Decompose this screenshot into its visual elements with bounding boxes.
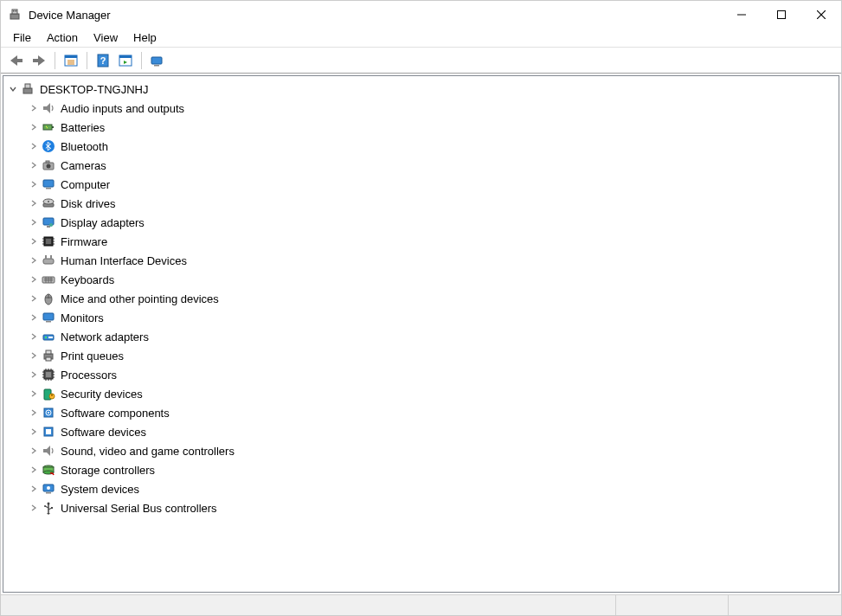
audio-icon: [42, 101, 55, 115]
window-controls: [722, 1, 841, 29]
svg-rect-11: [33, 59, 39, 62]
tree-item[interactable]: Bluetooth: [3, 137, 839, 156]
toolbar-separator: [141, 52, 142, 69]
tree-item[interactable]: Sound, video and game controllers: [3, 441, 839, 460]
expander-closed-icon[interactable]: [28, 273, 40, 286]
toolbar-forward-button[interactable]: [29, 50, 49, 71]
minimize-button[interactable]: [722, 1, 762, 29]
tree-item[interactable]: Cameras: [3, 156, 839, 175]
expander-closed-icon[interactable]: [28, 102, 40, 114]
tree-item-label: Human Interface Devices: [61, 254, 187, 267]
tree-item-label: Software components: [61, 407, 170, 420]
tree-item[interactable]: Network adapters: [3, 327, 839, 346]
expander-closed-icon[interactable]: [28, 388, 40, 400]
storage-icon: [42, 463, 55, 477]
tree-item[interactable]: Human Interface Devices: [3, 251, 839, 270]
toolbar-help-button[interactable]: ?: [93, 50, 113, 71]
keyboard-icon: [42, 273, 55, 286]
tree-item[interactable]: Processors: [3, 365, 839, 384]
expander-closed-icon[interactable]: [28, 121, 40, 133]
tree-item[interactable]: Audio inputs and outputs: [3, 99, 839, 118]
expander-closed-icon[interactable]: [28, 216, 40, 228]
expander-closed-icon[interactable]: [28, 311, 40, 324]
software-d-icon: [42, 425, 55, 439]
expander-closed-icon[interactable]: [28, 445, 40, 457]
expander-closed-icon[interactable]: [28, 292, 40, 305]
tree-item[interactable]: Firmware: [3, 232, 839, 251]
device-tree-pane[interactable]: DESKTOP-TNGJNHJ Audio inputs and outputs…: [3, 75, 839, 593]
tree-item-label: Firmware: [61, 235, 107, 248]
svg-marker-10: [38, 55, 45, 66]
expander-closed-icon[interactable]: [28, 502, 40, 514]
device-tree: DESKTOP-TNGJNHJ Audio inputs and outputs…: [3, 80, 839, 517]
tree-item-label: Processors: [61, 369, 117, 382]
menu-view[interactable]: View: [87, 29, 125, 46]
svg-rect-23: [154, 65, 159, 67]
menu-file[interactable]: File: [6, 29, 38, 46]
tree-item[interactable]: Computer: [3, 175, 839, 194]
window: Device Manager File Action View Help: [0, 0, 842, 616]
status-panel: [729, 595, 841, 615]
svg-rect-22: [151, 57, 162, 64]
expander-closed-icon[interactable]: [28, 178, 40, 190]
expander-closed-icon[interactable]: [28, 197, 40, 209]
firmware-icon: [42, 234, 55, 248]
expander-closed-icon[interactable]: [28, 483, 40, 495]
menu-help[interactable]: Help: [126, 29, 164, 46]
tree-item[interactable]: Mice and other pointing devices: [3, 289, 839, 308]
tree-item-label: Mice and other pointing devices: [61, 292, 219, 305]
tree-item[interactable]: Security devices: [3, 384, 839, 403]
expander-open-icon[interactable]: [7, 83, 19, 95]
tree-item[interactable]: Disk drives: [3, 194, 839, 213]
monitor-icon: [42, 311, 55, 324]
toolbar-scan-button[interactable]: [115, 50, 136, 71]
tree-item[interactable]: Monitors: [3, 308, 839, 327]
expander-closed-icon[interactable]: [28, 159, 40, 171]
expander-closed-icon[interactable]: [28, 330, 40, 343]
tree-item[interactable]: Batteries: [3, 118, 839, 137]
tree-item-label: Network adapters: [61, 330, 149, 343]
svg-rect-0: [10, 14, 19, 19]
toolbar-view-button[interactable]: [147, 50, 168, 71]
sound-icon: [42, 444, 55, 458]
security-icon: [42, 387, 55, 401]
tree-item[interactable]: Keyboards: [3, 270, 839, 289]
expander-closed-icon[interactable]: [28, 407, 40, 419]
printer-icon: [42, 349, 55, 363]
svg-marker-8: [10, 55, 17, 66]
tree-item-label: Keyboards: [61, 273, 114, 286]
tree-item[interactable]: System devices: [3, 479, 839, 498]
tree-item-label: Computer: [61, 178, 110, 191]
svg-rect-2: [13, 10, 15, 12]
tree-item-label: Storage controllers: [61, 464, 155, 477]
tree-item[interactable]: Display adapters: [3, 213, 839, 232]
camera-icon: [42, 158, 55, 172]
tree-item[interactable]: Software devices: [3, 422, 839, 441]
expander-closed-icon[interactable]: [28, 464, 40, 476]
close-button[interactable]: [801, 1, 841, 29]
tree-item-label: Sound, video and game controllers: [61, 445, 235, 458]
expander-closed-icon[interactable]: [28, 235, 40, 247]
tree-item[interactable]: Storage controllers: [3, 460, 839, 479]
menu-action[interactable]: Action: [40, 29, 85, 46]
toolbar-show-hidden-button[interactable]: [61, 50, 81, 71]
tree-root[interactable]: DESKTOP-TNGJNHJ: [3, 80, 839, 99]
tree-children: Audio inputs and outputsBatteriesBluetoo…: [3, 99, 839, 517]
expander-closed-icon[interactable]: [28, 140, 40, 152]
tree-item[interactable]: Universal Serial Bus controllers: [3, 498, 839, 517]
titlebar: Device Manager: [1, 1, 841, 29]
display-icon: [42, 215, 55, 229]
tree-item-label: Disk drives: [61, 197, 116, 210]
expander-closed-icon[interactable]: [28, 426, 40, 438]
tree-item[interactable]: Software components: [3, 403, 839, 422]
expander-closed-icon[interactable]: [28, 254, 40, 266]
expander-closed-icon[interactable]: [28, 369, 40, 381]
toolbar-back-button[interactable]: [6, 50, 27, 71]
svg-rect-1: [12, 10, 17, 14]
expander-closed-icon[interactable]: [28, 350, 40, 362]
svg-rect-5: [778, 11, 786, 19]
tree-item[interactable]: Print queues: [3, 346, 839, 365]
tree-item-label: Monitors: [61, 311, 104, 324]
tree-item-label: Bluetooth: [61, 140, 108, 153]
maximize-button[interactable]: [762, 1, 801, 29]
